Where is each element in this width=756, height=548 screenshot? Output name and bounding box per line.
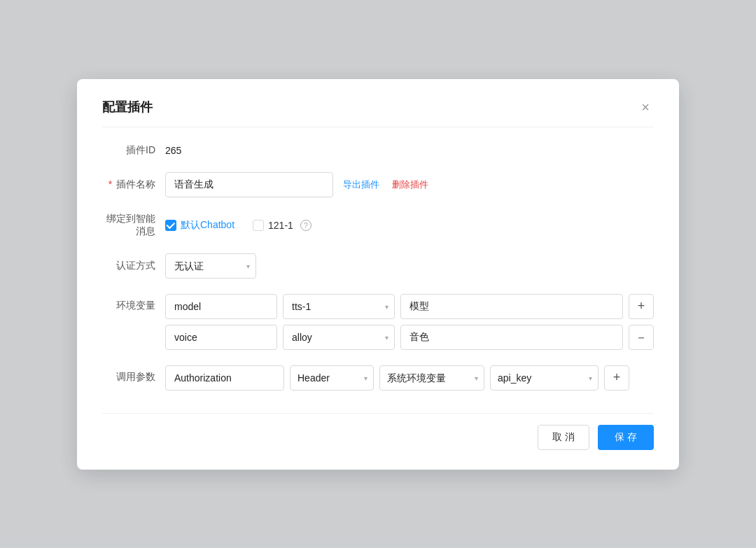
auth-select[interactable]: 无认证 Basic Auth Bearer Token bbox=[165, 253, 256, 279]
env-add-button[interactable]: + bbox=[629, 294, 654, 319]
chatbot-121-wrapper[interactable]: 121-1 bbox=[253, 220, 293, 231]
call-content: Header Query Body ▾ 系统环境变量 自定义 ▾ bbox=[165, 365, 654, 391]
call-type-1-wrapper: Header Query Body ▾ bbox=[290, 365, 374, 391]
modal-footer: 取 消 保 存 bbox=[102, 413, 654, 450]
bind-message-row: 绑定到智能消息 默认Chatbot 121-1 ? bbox=[102, 213, 654, 238]
cancel-button[interactable]: 取 消 bbox=[538, 425, 589, 450]
modal-overlay: 配置插件 × 插件ID 265 * 插件名称 导出插件 删除插件 绑定到智能消息 bbox=[0, 0, 756, 548]
plugin-name-label: * 插件名称 bbox=[102, 178, 165, 191]
plugin-name-content: 导出插件 删除插件 bbox=[165, 172, 654, 197]
env-vars-row: 环境变量 tts-1 ▾ + bbox=[102, 294, 654, 350]
auth-select-wrapper: 无认证 Basic Auth Bearer Token ▾ bbox=[165, 253, 256, 279]
chatbot-121-label: 121-1 bbox=[268, 220, 293, 231]
auth-label: 认证方式 bbox=[102, 260, 165, 272]
plugin-id-value: 265 bbox=[165, 145, 181, 156]
call-label: 调用参数 bbox=[102, 365, 165, 384]
plugin-id-content: 265 bbox=[165, 145, 654, 156]
save-button[interactable]: 保 存 bbox=[598, 425, 654, 450]
close-button[interactable]: × bbox=[637, 99, 654, 115]
env-row-2: alloy ▾ － bbox=[165, 325, 654, 350]
env-content: tts-1 ▾ + alloy ▾ bbox=[165, 294, 654, 350]
env-key-2[interactable] bbox=[165, 325, 277, 350]
call-row-1: Header Query Body ▾ 系统环境变量 自定义 ▾ bbox=[165, 365, 654, 391]
chatbot-checkbox-wrapper[interactable]: 默认Chatbot bbox=[165, 219, 234, 232]
env-desc-1[interactable] bbox=[400, 294, 623, 319]
help-icon[interactable]: ? bbox=[300, 220, 312, 231]
call-key-1[interactable] bbox=[165, 365, 284, 391]
chatbot-121-checkbox[interactable] bbox=[253, 220, 264, 231]
env-row-1: tts-1 ▾ + bbox=[165, 294, 654, 319]
plugin-id-row: 插件ID 265 bbox=[102, 144, 654, 157]
bind-label: 绑定到智能消息 bbox=[102, 213, 165, 238]
bind-content: 默认Chatbot 121-1 ? bbox=[165, 219, 654, 232]
auth-method-row: 认证方式 无认证 Basic Auth Bearer Token ▾ bbox=[102, 253, 654, 279]
modal-title: 配置插件 bbox=[102, 99, 153, 115]
env-label: 环境变量 bbox=[102, 294, 165, 312]
env-value-select-1[interactable]: tts-1 bbox=[283, 294, 395, 319]
env-remove-button[interactable]: － bbox=[629, 325, 654, 350]
call-source-select-1[interactable]: 系统环境变量 自定义 bbox=[379, 365, 484, 391]
env-value-select-2[interactable]: alloy bbox=[283, 325, 395, 350]
call-add-button[interactable]: + bbox=[604, 365, 629, 391]
chatbot-checkbox-checked[interactable] bbox=[165, 220, 176, 231]
env-desc-2[interactable] bbox=[400, 325, 623, 350]
env-value-2-wrapper: alloy ▾ bbox=[283, 325, 395, 350]
plugin-name-row: * 插件名称 导出插件 删除插件 bbox=[102, 172, 654, 197]
call-type-select-1[interactable]: Header Query Body bbox=[290, 365, 374, 391]
env-key-1[interactable] bbox=[165, 294, 277, 319]
required-star: * bbox=[108, 178, 112, 190]
call-value-select-1[interactable]: api_key bbox=[490, 365, 598, 391]
plugin-id-label: 插件ID bbox=[102, 144, 165, 157]
export-plugin-button[interactable]: 导出插件 bbox=[340, 178, 382, 191]
modal-dialog: 配置插件 × 插件ID 265 * 插件名称 导出插件 删除插件 绑定到智能消息 bbox=[77, 79, 679, 470]
call-params-row: 调用参数 Header Query Body ▾ bbox=[102, 365, 654, 391]
auth-content: 无认证 Basic Auth Bearer Token ▾ bbox=[165, 253, 654, 279]
chatbot-label: 默认Chatbot bbox=[181, 219, 234, 232]
delete-plugin-button[interactable]: 删除插件 bbox=[389, 178, 431, 191]
modal-header: 配置插件 × bbox=[102, 99, 654, 127]
call-source-1-wrapper: 系统环境变量 自定义 ▾ bbox=[379, 365, 484, 391]
plugin-name-input[interactable] bbox=[165, 172, 333, 197]
call-value-1-wrapper: api_key ▾ bbox=[490, 365, 598, 391]
env-value-1-wrapper: tts-1 ▾ bbox=[283, 294, 395, 319]
